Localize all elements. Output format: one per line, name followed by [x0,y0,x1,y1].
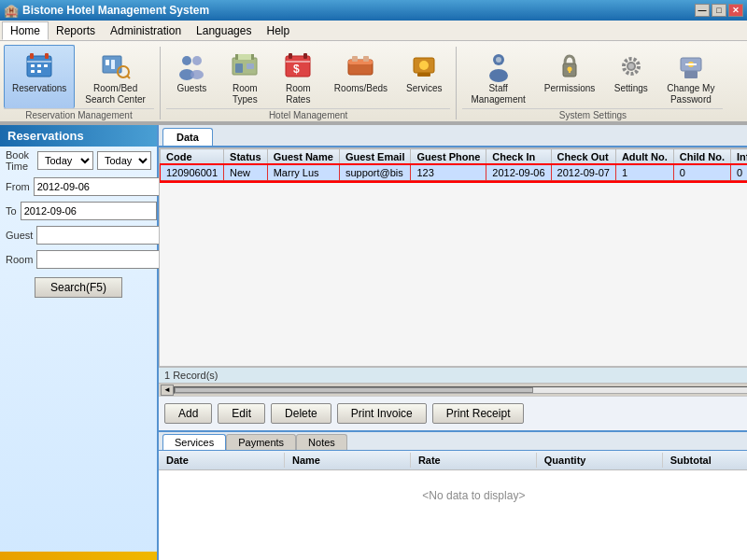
change-password-label: Change MyPassword [667,83,714,105]
toolbar-btn-settings[interactable]: Settings [605,45,656,108]
close-button[interactable]: ✕ [728,4,743,17]
search-button[interactable]: Search(F5) [35,277,122,298]
svg-text:$: $ [293,63,300,76]
room-search-icon [99,49,133,83]
to-row: To ▼ [0,199,157,223]
book-time-value-select[interactable]: Today [97,151,151,170]
scroll-track[interactable] [174,386,747,394]
reservations-label: Reservations [12,83,66,94]
staff-label: StaffManagement [471,83,525,105]
toolbar-group-system: StaffManagement Permissions [462,45,723,121]
left-panel-title: Reservations [0,125,157,147]
svg-rect-2 [45,53,49,59]
menu-home[interactable]: Home [2,21,49,40]
left-panel: Reservations Book Time Today This Week T… [0,125,159,560]
svg-rect-22 [235,63,243,73]
reservations-icon [22,49,56,83]
room-row: Room [0,247,157,272]
room-rates-label: RoomRates [286,83,311,105]
svg-line-11 [127,76,130,78]
toolbar-btn-permissions[interactable]: Permissions [536,45,603,108]
room-search-label: Room/BedSearch Center [85,83,145,105]
tab-data[interactable]: Data [162,128,213,146]
bottom-section: Services Payments Notes Date Name Rate Q… [159,430,747,560]
room-rates-icon: $ [281,49,315,83]
permissions-icon [553,49,586,83]
rooms-beds-label: Rooms/Beds [334,83,388,94]
tab-payments[interactable]: Payments [226,434,296,450]
app-icon: 🏨 [4,4,19,18]
menu-languages[interactable]: Languages [189,22,259,39]
col-check-out: Check Out [551,149,615,165]
svg-point-14 [182,56,191,65]
toolbar-btn-guests[interactable]: Guests [166,45,218,108]
toolbar-btn-room-rates[interactable]: $ RoomRates [273,45,324,108]
guest-input[interactable] [36,226,173,245]
table-row[interactable]: 120906001 New Marry Lus support@bis 123 … [161,165,748,181]
col-infant-no: Infant No [731,149,747,165]
separator-2 [456,47,457,119]
window-controls: — □ ✕ [695,4,743,17]
reservation-section-label: Reservation Management [4,108,154,121]
main-layout: Reservations Book Time Today This Week T… [0,125,747,560]
toolbar-btn-change-password[interactable]: Change MyPassword [658,45,723,108]
cell-adult-no: 1 [615,165,673,181]
menu-reports[interactable]: Reports [49,22,103,39]
tab-notes[interactable]: Notes [296,434,347,450]
toolbar-btn-staff[interactable]: StaffManagement [462,45,533,108]
svg-rect-46 [684,71,698,78]
minimize-button[interactable]: — [695,4,710,17]
permissions-label: Permissions [544,83,595,94]
bottom-col-quantity: Quantity [537,453,663,468]
col-adult-no: Adult No. [615,149,673,165]
to-date-input[interactable] [21,202,157,220]
svg-rect-13 [111,60,115,69]
svg-rect-48 [685,63,697,65]
system-section-label: System Settings [462,108,723,121]
toolbar-group-hotel: Guests RoomTypes [166,45,451,121]
delete-button[interactable]: Delete [271,403,331,424]
tab-services[interactable]: Services [162,434,226,450]
print-invoice-button[interactable]: Print Invoice [337,403,427,424]
cell-status: New [224,165,268,181]
svg-rect-21 [238,54,251,60]
toolbar-btn-room-search[interactable]: Room/BedSearch Center [77,45,153,108]
maximize-button[interactable]: □ [712,4,726,17]
book-time-select[interactable]: Today This Week This Month All [37,151,93,170]
svg-rect-30 [348,60,373,64]
svg-rect-32 [363,56,369,62]
add-button[interactable]: Add [164,403,212,424]
right-panel: Data Code Status Guest Name Guest Email … [159,125,747,560]
from-label: From [6,181,30,192]
toolbar-group-reservation: Reservations Room/BedSearch Center [4,45,154,121]
svg-point-16 [192,56,202,65]
cell-guest-email: support@bis [339,165,411,181]
main-tab-bar: Data [159,125,747,147]
toolbar-btn-room-types[interactable]: RoomTypes [219,45,271,108]
svg-rect-41 [569,69,571,73]
from-date-input[interactable] [34,177,170,196]
bottom-content: <No data to display> [159,470,747,560]
print-receipt-button[interactable]: Print Receipt [432,403,525,424]
room-input[interactable] [36,250,173,269]
svg-point-37 [489,69,508,82]
toolbar-btn-rooms-beds[interactable]: Rooms/Beds [326,45,396,108]
cell-guest-phone: 123 [411,165,486,181]
toolbar-btn-services[interactable]: Services [398,45,450,108]
scroll-thumb [175,387,533,393]
table-header-row: Code Status Guest Name Guest Email Guest… [161,149,748,165]
svg-rect-26 [303,53,307,59]
edit-button[interactable]: Edit [218,403,265,424]
horizontal-scrollbar[interactable]: ◄ ► [159,383,747,396]
svg-rect-7 [31,70,35,73]
scroll-left-button[interactable]: ◄ [161,385,174,396]
menu-administration[interactable]: Administration [103,22,189,39]
svg-rect-5 [37,64,41,67]
col-code: Code [161,149,224,165]
bottom-col-subtotal: Subtotal [663,453,747,468]
menu-help[interactable]: Help [259,22,297,39]
toolbar-btn-reservations[interactable]: Reservations [4,45,75,108]
title-bar: 🏨 Bistone Hotel Management System — □ ✕ [0,0,747,21]
cell-check-in: 2012-09-06 [486,165,551,181]
book-time-row: Book Time Today This Week This Month All… [0,147,157,175]
